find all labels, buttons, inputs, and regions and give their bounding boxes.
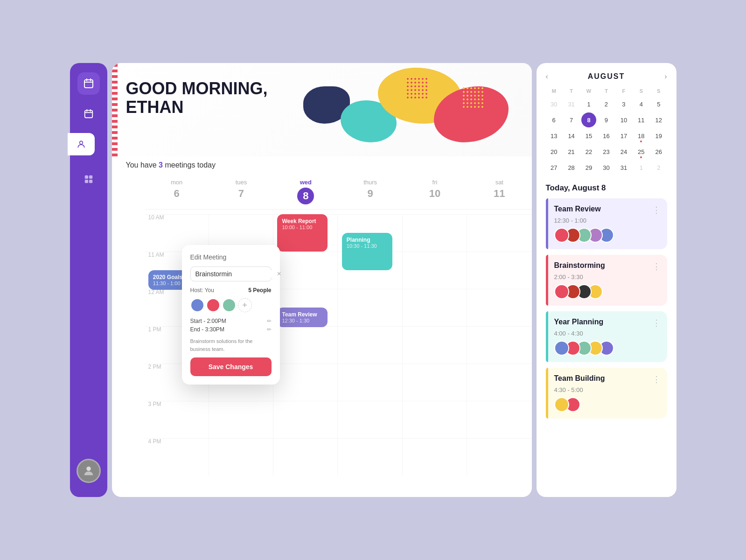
- cal-day-31[interactable]: 31: [564, 97, 579, 112]
- cal-day-2[interactable]: 2: [599, 97, 614, 112]
- cal-day-1[interactable]: 1: [581, 97, 596, 112]
- grid-cell-0-4[interactable]: [403, 214, 467, 252]
- grid-cell-6-5[interactable]: [467, 438, 531, 476]
- grid-cell-4-2[interactable]: [273, 364, 338, 401]
- grid-cell-1-4[interactable]: [403, 252, 467, 289]
- cal-day-26[interactable]: 26: [651, 144, 666, 159]
- event-block-0[interactable]: Week Report10:00 - 11:00: [277, 214, 328, 252]
- agenda-avatars-1: [554, 284, 661, 299]
- cal-day-27[interactable]: 27: [546, 160, 561, 175]
- agenda-item-1[interactable]: ⋮Brainstorming2:00 - 3:30: [546, 255, 667, 306]
- prev-month-button[interactable]: ‹: [546, 72, 548, 81]
- grid-cell-5-2[interactable]: [273, 401, 338, 438]
- cal-day-8[interactable]: 8: [581, 112, 596, 127]
- agenda-item-3[interactable]: ⋮Team Building4:30 - 5:00: [546, 368, 667, 419]
- grid-cell-3-3[interactable]: [338, 326, 402, 364]
- grid-cell-3-5[interactable]: [467, 326, 531, 364]
- cal-day-24[interactable]: 24: [616, 144, 631, 159]
- sidebar-logo[interactable]: [77, 72, 100, 95]
- day-header-9[interactable]: thurs9: [338, 174, 402, 209]
- meeting-name-input-row[interactable]: ×: [190, 266, 272, 281]
- grid-cell-6-1[interactable]: [209, 438, 273, 476]
- cal-day-21[interactable]: 21: [564, 144, 579, 159]
- day-header-10[interactable]: fri10: [403, 174, 467, 209]
- cal-day-17[interactable]: 17: [616, 128, 631, 143]
- cal-day-9[interactable]: 9: [599, 112, 614, 127]
- edit-start-time-button[interactable]: ✏: [267, 318, 272, 324]
- grid-cell-1-2[interactable]: [273, 252, 338, 289]
- day-header-6[interactable]: mon6: [145, 174, 209, 209]
- sidebar-item-grid[interactable]: [79, 169, 98, 189]
- cal-day-30[interactable]: 30: [546, 97, 561, 112]
- agenda-menu-0[interactable]: ⋮: [652, 205, 661, 215]
- cal-day-2[interactable]: 2: [651, 160, 666, 175]
- cal-day-15[interactable]: 15: [581, 128, 596, 143]
- next-month-button[interactable]: ›: [664, 72, 667, 81]
- cal-day-11[interactable]: 11: [634, 112, 648, 127]
- cal-day-10[interactable]: 10: [616, 112, 631, 127]
- cal-day-31[interactable]: 31: [616, 160, 631, 175]
- grid-cell-6-2[interactable]: [273, 438, 338, 476]
- cal-day-label: T: [598, 86, 614, 96]
- cal-day-6[interactable]: 6: [546, 112, 561, 127]
- grid-cell-0-5[interactable]: [467, 214, 531, 252]
- grid-cell-2-4[interactable]: [403, 289, 467, 326]
- cal-day-30[interactable]: 30: [599, 160, 614, 175]
- grid-cell-1-5[interactable]: [467, 252, 531, 289]
- cal-day-13[interactable]: 13: [546, 128, 561, 143]
- cal-day-5[interactable]: 5: [651, 97, 666, 112]
- cal-day-3[interactable]: 3: [616, 97, 631, 112]
- start-time-label: Start - 2:00PM: [190, 318, 226, 324]
- grid-cell-5-5[interactable]: [467, 401, 531, 438]
- grid-cell-5-3[interactable]: [338, 401, 402, 438]
- sidebar-item-profile[interactable]: [68, 133, 95, 155]
- day-header-11[interactable]: sat11: [467, 174, 531, 209]
- grid-cell-5-4[interactable]: [403, 401, 467, 438]
- cal-day-14[interactable]: 14: [564, 128, 579, 143]
- agenda-item-2[interactable]: ⋮Year Planning4:00 - 4:30: [546, 311, 667, 362]
- agenda-menu-3[interactable]: ⋮: [652, 374, 661, 385]
- grid-cell-6-4[interactable]: [403, 438, 467, 476]
- cal-day-12[interactable]: 12: [651, 112, 666, 127]
- grid-cell-5-1[interactable]: [209, 401, 273, 438]
- cal-day-20[interactable]: 20: [546, 144, 561, 159]
- edit-end-time-button[interactable]: ✏: [267, 326, 272, 333]
- cal-day-23[interactable]: 23: [599, 144, 614, 159]
- grid-cell-2-3[interactable]: [338, 289, 402, 326]
- cal-day-29[interactable]: 29: [581, 160, 596, 175]
- grid-cell-2-5[interactable]: [467, 289, 531, 326]
- grid-cell-3-4[interactable]: [403, 326, 467, 364]
- event-block-2[interactable]: Planning10:30 - 11:30: [342, 233, 392, 270]
- meeting-name-input[interactable]: [195, 270, 277, 278]
- cal-day-22[interactable]: 22: [581, 144, 596, 159]
- grid-cell-4-4[interactable]: [403, 364, 467, 401]
- sidebar: [70, 63, 107, 497]
- agenda-avatars-3: [554, 397, 661, 412]
- cal-day-1[interactable]: 1: [634, 160, 648, 175]
- cal-day-4[interactable]: 4: [634, 97, 648, 112]
- agenda-menu-1[interactable]: ⋮: [652, 261, 661, 272]
- grid-cell-3-2[interactable]: [273, 326, 338, 364]
- event-block-3[interactable]: Team Review12:30 - 1:30: [277, 308, 328, 327]
- grid-cell-4-5[interactable]: [467, 364, 531, 401]
- svg-point-8: [79, 141, 83, 144]
- hero-banner: GOOD MORNING, ETHAN: [112, 63, 532, 156]
- cal-day-16[interactable]: 16: [599, 128, 614, 143]
- cal-day-19[interactable]: 19: [651, 128, 666, 143]
- day-header-8[interactable]: wed8: [273, 174, 338, 209]
- clear-input-button[interactable]: ×: [277, 270, 281, 278]
- cal-day-7[interactable]: 7: [564, 112, 579, 127]
- grid-cell-6-3[interactable]: [338, 438, 402, 476]
- agenda-item-0[interactable]: ⋮Team Review12:30 - 1:00: [546, 198, 667, 249]
- save-changes-button[interactable]: Save Changes: [190, 357, 272, 376]
- cal-day-18[interactable]: 18: [634, 128, 648, 143]
- agenda-menu-2[interactable]: ⋮: [652, 318, 661, 328]
- grid-cell-4-3[interactable]: [338, 364, 402, 401]
- cal-day-25[interactable]: 25: [634, 144, 648, 159]
- add-person-button[interactable]: +: [238, 298, 252, 312]
- sidebar-item-calendar[interactable]: [79, 104, 98, 124]
- day-header-7[interactable]: tues7: [209, 174, 273, 209]
- user-avatar[interactable]: [77, 459, 101, 483]
- today-header: Today, August 8: [546, 183, 667, 193]
- cal-day-28[interactable]: 28: [564, 160, 579, 175]
